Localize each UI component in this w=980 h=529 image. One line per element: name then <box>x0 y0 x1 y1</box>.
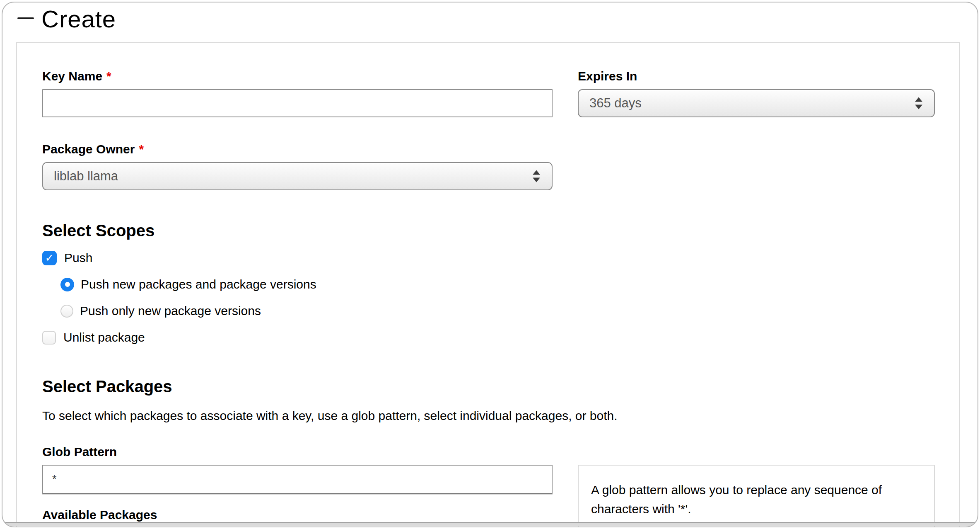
row-glob-pattern: Glob Pattern Available Packages A glob p… <box>42 445 935 527</box>
glob-hint-box: A glob pattern allows you to replace any… <box>578 465 935 527</box>
select-updown-icon <box>915 97 922 109</box>
select-scopes-heading: Select Scopes <box>42 221 935 240</box>
key-name-input[interactable] <box>42 89 553 117</box>
select-updown-icon <box>533 170 540 182</box>
available-packages-label: Available Packages <box>42 508 553 522</box>
push-checkbox[interactable] <box>42 251 57 265</box>
collapse-minus-icon[interactable] <box>17 17 34 19</box>
glob-hint-text: A glob pattern allows you to replace any… <box>591 483 882 516</box>
package-owner-value: liblab llama <box>54 169 118 184</box>
unlist-package-checkbox[interactable] <box>42 331 56 345</box>
push-only-versions-row: Push only new package versions <box>60 303 935 319</box>
push-scope-row: Push <box>42 250 935 266</box>
expires-in-label: Expires In <box>578 69 935 83</box>
required-asterisk: * <box>139 142 144 156</box>
package-owner-select[interactable]: liblab llama <box>42 162 553 190</box>
glob-pattern-input[interactable] <box>42 465 553 494</box>
row-package-owner: Package Owner * liblab llama <box>42 142 935 190</box>
package-owner-label: Package Owner * <box>42 142 553 156</box>
unlist-package-label: Unlist package <box>63 330 145 345</box>
push-new-packages-row: Push new packages and package versions <box>60 277 935 292</box>
available-packages-list-cutoff[interactable] <box>3 522 977 526</box>
push-only-versions-radio[interactable] <box>60 305 73 318</box>
expires-in-select[interactable]: 365 days <box>578 89 935 117</box>
push-label: Push <box>64 250 92 266</box>
push-new-packages-radio[interactable] <box>60 278 74 291</box>
push-new-packages-label: Push new packages and package versions <box>81 277 316 292</box>
select-packages-heading: Select Packages <box>42 377 935 396</box>
create-form-panel: Key Name * Expires In 365 days <box>16 42 960 527</box>
glob-pattern-label: Glob Pattern <box>42 445 553 459</box>
push-only-versions-label: Push only new package versions <box>80 303 261 319</box>
expires-in-value: 365 days <box>589 96 642 111</box>
required-asterisk: * <box>106 69 111 83</box>
select-packages-description: To select which packages to associate wi… <box>42 408 935 423</box>
row-keyname-expires: Key Name * Expires In 365 days <box>42 69 935 117</box>
create-api-key-window: Create Key Name * Expires In 365 days <box>2 2 978 527</box>
key-name-label: Key Name * <box>42 69 553 83</box>
unlist-package-row: Unlist package <box>42 330 935 345</box>
create-section-header: Create <box>2 2 978 43</box>
page-title: Create <box>41 5 116 33</box>
